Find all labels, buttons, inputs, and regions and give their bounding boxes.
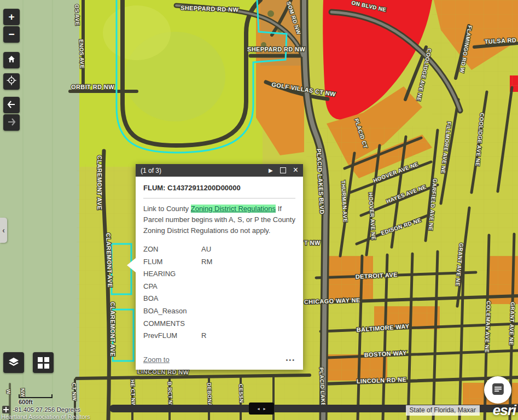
- scrollbar-thumb[interactable]: ◂▸: [249, 402, 274, 415]
- scroll-left-icon: ◂: [257, 406, 259, 411]
- dock-icon[interactable]: [280, 167, 286, 173]
- field-row: ZONAU: [143, 243, 295, 256]
- coordinates-icon[interactable]: [2, 406, 10, 413]
- street-label: ORBIT RD NW: [71, 84, 114, 90]
- zoom-controls: + −: [3, 9, 20, 43]
- popup-description: Link to County Zoning District Regulatio…: [143, 203, 295, 236]
- zoom-in-button[interactable]: +: [3, 9, 20, 25]
- parcel-grid: [432, 0, 518, 126]
- street-label: DEBONA: [206, 383, 213, 407]
- field-row: COMMENTS: [143, 318, 295, 330]
- notes-icon: [491, 382, 505, 398]
- zoom-to-link[interactable]: Zoom to: [143, 355, 170, 364]
- divider: [143, 198, 295, 199]
- street-label: CLAREMONT AVE: [96, 155, 103, 210]
- field-row: PrevFLUMR: [143, 330, 295, 342]
- map-app: SHEPPARD RD NW SOM RD NW ON BLVD NE SHEP…: [0, 0, 518, 420]
- scale-text: 600ft: [19, 399, 53, 405]
- scale-line: [19, 394, 53, 398]
- more-options-icon[interactable]: •••: [286, 357, 295, 363]
- esri-logo: esri: [493, 402, 516, 419]
- popup-title: FLUM: C14372911200D00000: [143, 184, 295, 192]
- apps-button[interactable]: [33, 352, 54, 373]
- back-button[interactable]: [3, 97, 20, 113]
- home-button[interactable]: [3, 52, 20, 68]
- basemap-icon: [8, 356, 20, 370]
- basemap-button[interactable]: [3, 352, 24, 373]
- field-row: CPA: [143, 281, 295, 293]
- locate-button[interactable]: [3, 73, 20, 90]
- street-label: CT NW: [71, 383, 78, 401]
- edit-notes-button[interactable]: [484, 376, 511, 404]
- forward-button[interactable]: [3, 114, 20, 131]
- popup-pointer: [127, 258, 136, 272]
- street-label: CESSN: [238, 384, 245, 403]
- popup-footer: Zoom to •••: [143, 355, 295, 364]
- field-label: BOA: [143, 293, 201, 305]
- attribute-fields: ZONAU FLUMRM HEARING CPA BOA BOA_Reason …: [143, 243, 295, 342]
- street-label: SHEPPARD RD NW: [247, 46, 305, 52]
- field-row: BOA: [143, 293, 295, 305]
- scale-bar: 600ft: [19, 394, 53, 405]
- street-label: T NW: [304, 240, 321, 246]
- field-label: CPA: [143, 281, 201, 293]
- field-label: HEARING: [143, 268, 201, 281]
- popup-pager: (1 of 3): [141, 167, 161, 174]
- field-value: R: [201, 330, 206, 342]
- link-prefix: Link to County: [143, 205, 191, 213]
- street-label: ENOS AVE: [78, 39, 85, 69]
- field-label: BOA_Reason: [143, 305, 201, 318]
- apps-grid-icon: [38, 357, 49, 369]
- field-value: AU: [201, 243, 211, 256]
- field-label: COMMENTS: [143, 318, 201, 330]
- golf-blob: [103, 5, 171, 60]
- panel-collapse-button[interactable]: ‹: [0, 218, 7, 243]
- close-icon[interactable]: ×: [293, 166, 298, 174]
- popup-body: FLUM: C14372911200D00000 Link to County …: [136, 177, 303, 370]
- forward-arrow-icon: [7, 116, 16, 129]
- field-row: HEARING: [143, 268, 295, 281]
- field-label: PrevFLUM: [143, 330, 201, 342]
- field-label: ZON: [143, 243, 201, 256]
- street-label: OS AVE: [74, 4, 80, 26]
- popup-header-icons: ▶ ×: [269, 167, 298, 174]
- zoom-out-button[interactable]: −: [3, 26, 20, 43]
- next-feature-icon[interactable]: ▶: [269, 168, 273, 173]
- popup: (1 of 3) ▶ × FLUM: C14372911200D00000 Li…: [136, 164, 303, 370]
- popup-header[interactable]: (1 of 3) ▶ ×: [136, 164, 303, 177]
- field-row: BOA_Reason: [143, 305, 295, 318]
- home-icon: [7, 54, 16, 66]
- street-label: W: [5, 389, 11, 395]
- scroll-right-icon: ▸: [264, 406, 266, 411]
- field-row: FLUMRM: [143, 256, 295, 269]
- tree: [267, 10, 274, 17]
- street-label: CLAREMONT AVE: [109, 302, 116, 357]
- zoning-regulations-link[interactable]: Zoning District Regulations: [191, 205, 276, 213]
- street-label: HE CT NW: [130, 380, 137, 407]
- coordinates-text: -81.405 27.256 Degrees: [13, 406, 80, 413]
- field-value: RM: [201, 256, 212, 269]
- back-arrow-icon: [7, 99, 16, 111]
- watermark: Heartland Association of Realtors: [1, 413, 90, 420]
- map-attribution: State of Florida, Maxar: [406, 405, 480, 416]
- coordinates-display: -81.405 27.256 Degrees: [2, 406, 80, 413]
- field-label: FLUM: [143, 256, 201, 269]
- locate-icon: [7, 75, 16, 88]
